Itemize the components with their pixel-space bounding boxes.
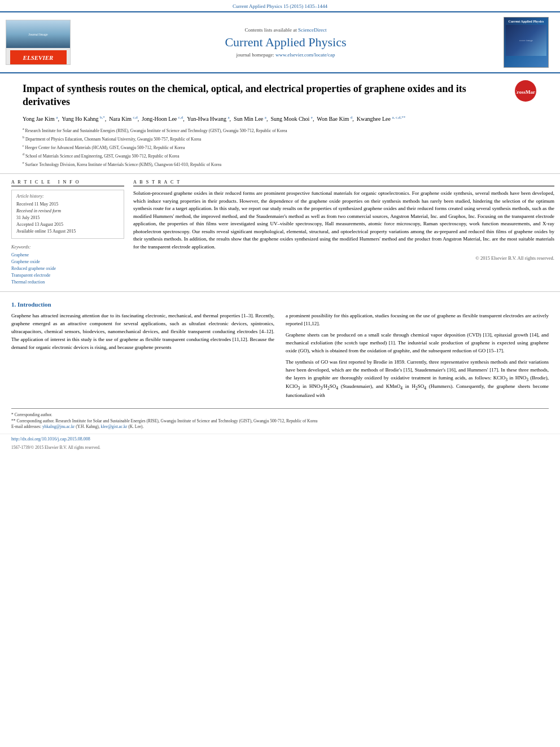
abstract-column: A B S T R A C T Solution-processed graph…: [133, 180, 554, 286]
abstract-heading: A B S T R A C T: [133, 180, 554, 186]
article-title-section: Impact of synthesis routes on the chemic…: [0, 73, 560, 174]
affiliation-a: a Research Institute for Solar and Susta…: [23, 126, 537, 134]
issn-line: 1567-1739/© 2015 Elsevier B.V. All right…: [0, 444, 560, 453]
left-column: A R T I C L E I N F O Article history: R…: [11, 180, 124, 286]
journal-homepage: journal homepage: www.elsevier.com/locat…: [79, 52, 492, 58]
journal-citation-bar: Current Applied Physics 15 (2015) 1435–1…: [0, 0, 560, 12]
footnote-emails: E-mail addresses: yhkalng@jnu.ac.kr (Y.H…: [11, 424, 549, 430]
svg-text:CrossMark: CrossMark: [516, 89, 535, 95]
cover-title: Current Applied Physics: [509, 20, 544, 24]
journal-citation: Current Applied Physics 15 (2015) 1435–1…: [233, 3, 327, 9]
sciencedirect-line: Contents lists available at ScienceDirec…: [79, 27, 492, 33]
intro-left-col: Graphene has attracted increasing attent…: [11, 312, 274, 403]
keywords-title: Keywords:: [11, 244, 124, 250]
sciencedirect-link[interactable]: ScienceDirect: [298, 27, 326, 33]
publisher-logo-area: Journal Image ELSEVIER: [6, 20, 73, 65]
intro-paragraph-2: a prominent possibility for this applica…: [286, 312, 549, 328]
received-revised-label: Received in revised form: [16, 208, 119, 215]
footnote-1: * Corresponding author.: [11, 412, 549, 418]
affiliation-b: b Department of Physics Education, Chonn…: [23, 135, 537, 142]
keyword-reduced-graphene-oxide: Reduced graphene oxide: [11, 265, 124, 272]
journal-title: Current Applied Physics: [79, 35, 492, 50]
article-history-title: Article history:: [16, 194, 119, 199]
keyword-thermal-reduction: Thermal reduction: [11, 279, 124, 286]
homepage-link[interactable]: www.elsevier.com/locate/cap: [275, 52, 335, 58]
crossmark-icon: CrossMark: [515, 80, 536, 102]
article-info-abstract-section: A R T I C L E I N F O Article history: R…: [0, 174, 560, 292]
email-2-link[interactable]: klee@gist.ac.kr: [100, 424, 127, 429]
crossmark-badge[interactable]: CrossMark: [515, 80, 537, 103]
keyword-graphene-oxide: Graphene oxide: [11, 259, 124, 265]
elsevier-logo: ELSEVIER: [10, 50, 67, 64]
abstract-text: Solution-processed graphene oxides in th…: [133, 190, 554, 251]
introduction-section: 1. Introduction Graphene has attracted i…: [0, 292, 560, 408]
keywords-section: Keywords: Graphene Graphene oxide Reduce…: [11, 244, 124, 286]
accepted-date: Accepted 13 August 2015: [16, 221, 119, 228]
footnote-2: ** Corresponding author. Research Instit…: [11, 418, 549, 425]
affiliation-e: e Surface Technology Division, Korea Ins…: [23, 160, 537, 168]
doi-bar: http://dx.doi.org/10.1016/j.cap.2015.08.…: [0, 434, 560, 444]
keyword-graphene: Graphene: [11, 252, 124, 259]
intro-heading: 1. Introduction: [11, 301, 549, 308]
available-date: Available online 15 August 2015: [16, 228, 119, 235]
elsevier-text: ELSEVIER: [23, 54, 54, 61]
journal-header: Journal Image ELSEVIER Contents lists av…: [0, 12, 560, 73]
affiliation-c: c Heeger Center for Advanced Materials (…: [23, 143, 537, 151]
revised-date: 31 July 2015: [16, 215, 119, 221]
intro-right-col: a prominent possibility for this applica…: [286, 312, 549, 403]
article-history-box: Article history: Received 11 May 2015 Re…: [11, 190, 124, 239]
received-date: Received 11 May 2015: [16, 201, 119, 208]
copyright-line: © 2015 Elsevier B.V. All rights reserved…: [133, 255, 554, 261]
intro-two-col: Graphene has attracted increasing attent…: [11, 312, 549, 403]
authors-line: Yong Jae Kim a, Yung Ho Kahng b,*, Nara …: [23, 115, 537, 123]
journal-cover-thumbnail: Current Applied Physics cover image: [504, 17, 549, 68]
journal-title-area: Contents lists available at ScienceDirec…: [79, 27, 492, 58]
email-1-link[interactable]: yhkalng@jnu.ac.kr: [42, 424, 75, 429]
intro-paragraph-4: The synthesis of GO was first reported b…: [286, 359, 549, 400]
keyword-transparent-electrode: Transparent electrode: [11, 272, 124, 279]
article-title: Impact of synthesis routes on the chemic…: [23, 82, 509, 109]
intro-paragraph-3: Graphene sheets can be produced on a sma…: [286, 331, 549, 355]
intro-paragraph-1: Graphene has attracted increasing attent…: [11, 312, 274, 352]
footnote-area: * Corresponding author. ** Corresponding…: [11, 408, 549, 434]
article-info-heading: A R T I C L E I N F O: [11, 180, 124, 186]
journal-image: Journal Image ELSEVIER: [6, 20, 71, 65]
affiliation-d: d School of Materials Science and Engine…: [23, 152, 537, 159]
affiliations: a Research Institute for Solar and Susta…: [23, 126, 537, 168]
doi-link[interactable]: http://dx.doi.org/10.1016/j.cap.2015.08.…: [11, 436, 90, 442]
journal-cover-area: Current Applied Physics cover image: [498, 17, 554, 68]
